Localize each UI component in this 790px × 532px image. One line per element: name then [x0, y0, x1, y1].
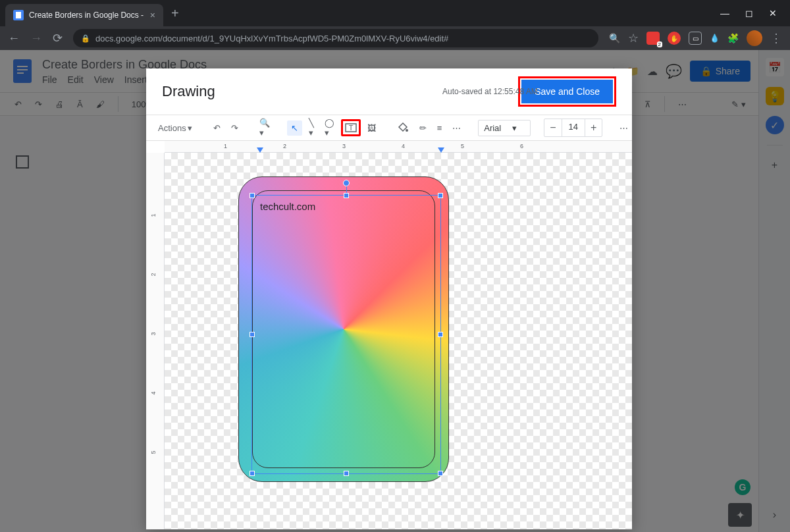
- back-button[interactable]: ←: [8, 32, 20, 45]
- zoom-icon[interactable]: 🔍 ▾: [255, 115, 274, 140]
- resize-handle-tl[interactable]: [250, 193, 255, 198]
- tab-title: Create Borders in Google Docs -: [29, 11, 145, 20]
- extensions-icon[interactable]: 🧩: [727, 33, 739, 43]
- reload-button[interactable]: ⟳: [53, 31, 63, 45]
- minimize-button[interactable]: —: [720, 8, 729, 18]
- textbox-content[interactable]: techcult.com: [252, 196, 440, 217]
- undo-icon[interactable]: ↶: [209, 120, 224, 136]
- line-tool-icon[interactable]: ╲ ▾: [305, 115, 318, 140]
- browser-tab[interactable]: Create Borders in Google Docs - ×: [5, 4, 163, 26]
- zoom-icon[interactable]: 🔍: [609, 33, 620, 43]
- url-text: docs.google.com/document/d/1_9YUqHxlXvYm…: [95, 34, 448, 43]
- colorzilla-icon[interactable]: 💧: [710, 34, 720, 43]
- url-field[interactable]: 🔒 docs.google.com/document/d/1_9YUqHxlXv…: [73, 29, 598, 47]
- browser-tab-bar: Create Borders in Google Docs - × + — ◻ …: [0, 0, 790, 26]
- close-tab-icon[interactable]: ×: [150, 10, 155, 20]
- border-weight-icon[interactable]: ≡: [433, 120, 446, 136]
- drawing-toolbar: Actions ▾ ↶ ↷ 🔍 ▾ ↖ ╲ ▾ ◯ ▾ T 🖼 ✏ ≡ ⋯ Ar…: [146, 115, 632, 141]
- browser-url-bar: ← → ⟳ 🔒 docs.google.com/document/d/1_9YU…: [0, 26, 790, 50]
- profile-avatar[interactable]: [747, 30, 762, 46]
- increase-font-icon[interactable]: +: [585, 119, 602, 136]
- extension-icons: 🔍 ☆ 2 ✋ ▭ 💧 🧩 ⋮: [609, 30, 782, 46]
- fill-color-icon[interactable]: [393, 119, 413, 136]
- resize-handle-ml[interactable]: [250, 332, 255, 337]
- resize-handle-bl[interactable]: [250, 471, 255, 476]
- image-tool-icon[interactable]: 🖼: [363, 120, 380, 136]
- modal-header: Drawing Auto-saved at 12:55:48 AM Save a…: [146, 68, 632, 115]
- modal-title: Drawing: [162, 83, 215, 100]
- chrome-menu-icon[interactable]: ⋮: [770, 31, 782, 45]
- shape-tool-icon[interactable]: ◯ ▾: [321, 115, 338, 140]
- forward-button[interactable]: →: [30, 32, 42, 45]
- resize-handle-bm[interactable]: [344, 471, 349, 476]
- font-size-control: − 14 +: [544, 119, 602, 137]
- pip-icon[interactable]: ▭: [689, 32, 702, 45]
- new-tab-button[interactable]: +: [171, 6, 179, 21]
- textbox-selection[interactable]: techcult.com: [251, 195, 441, 474]
- drawing-modal: Drawing Auto-saved at 12:55:48 AM Save a…: [146, 68, 632, 529]
- bookmark-star-icon[interactable]: ☆: [628, 31, 639, 45]
- more-options-icon[interactable]: ⋯: [616, 120, 632, 136]
- svg-point-6: [406, 129, 408, 132]
- window-controls: — ◻ ✕: [720, 8, 790, 18]
- resize-handle-tr[interactable]: [438, 193, 443, 198]
- resize-handle-br[interactable]: [438, 471, 443, 476]
- font-family-select[interactable]: Arial▾: [478, 120, 531, 136]
- drawing-canvas[interactable]: techcult.com: [165, 153, 632, 529]
- resize-handle-mr[interactable]: [438, 332, 443, 337]
- vertical-ruler[interactable]: 1 2 3 4 5: [146, 153, 165, 529]
- autosave-status: Auto-saved at 12:55:48 AM: [442, 87, 538, 96]
- lock-icon: 🔒: [81, 34, 90, 43]
- svg-text:T: T: [348, 124, 353, 132]
- actions-menu[interactable]: Actions ▾: [154, 120, 196, 136]
- horizontal-ruler[interactable]: 1 2 3 4 5 6: [165, 141, 632, 153]
- decrease-font-icon[interactable]: −: [544, 119, 562, 136]
- textbox-tool-icon[interactable]: T: [341, 119, 361, 136]
- rotate-handle[interactable]: [343, 180, 350, 186]
- todoist-icon[interactable]: 2: [646, 32, 660, 45]
- drawing-canvas-area: 1 2 3 4 5 6 1 2 3 4 5: [146, 141, 632, 529]
- ruler-marker-right[interactable]: [438, 147, 444, 153]
- select-tool-icon[interactable]: ↖: [287, 120, 302, 136]
- docs-favicon: [13, 10, 24, 20]
- redo-icon[interactable]: ↷: [227, 120, 242, 136]
- font-size-value[interactable]: 14: [562, 119, 585, 136]
- border-dash-icon[interactable]: ⋯: [448, 120, 465, 136]
- resize-handle-tm[interactable]: [344, 193, 349, 198]
- ruler-marker-left[interactable]: [257, 147, 263, 153]
- border-color-icon[interactable]: ✏: [415, 120, 431, 136]
- maximize-button[interactable]: ◻: [745, 8, 753, 18]
- close-window-button[interactable]: ✕: [769, 8, 777, 18]
- adblock-icon[interactable]: ✋: [668, 32, 681, 45]
